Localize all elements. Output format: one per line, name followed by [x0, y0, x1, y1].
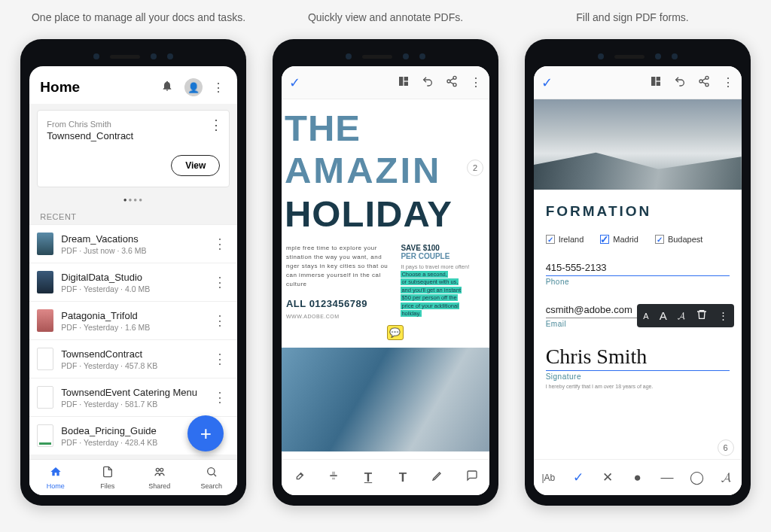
svg-line-19 — [702, 82, 705, 84]
notifications-icon[interactable] — [159, 80, 175, 95]
svg-line-11 — [450, 82, 454, 84]
file-overflow-icon[interactable]: ⋮ — [207, 351, 233, 367]
phone-frame-1: Home 👤 ⋮ ⋮ From Chris Smith Townsend_Con… — [20, 39, 246, 506]
phone-field[interactable]: 415-555-2133 — [546, 257, 730, 276]
svg-point-8 — [447, 80, 450, 83]
file-row[interactable]: TownsendContractPDF · Yesterday · 457.8 … — [29, 339, 237, 378]
file-overflow-icon[interactable]: ⋮ — [207, 274, 233, 290]
share-icon[interactable] — [698, 75, 710, 90]
file-name: Bodea_Pricing_Guide — [61, 425, 207, 436]
dot-tool-icon[interactable]: ● — [629, 470, 647, 485]
form-hero-image — [534, 99, 742, 190]
page-number-badge: 6 — [718, 439, 734, 456]
svg-point-2 — [207, 467, 214, 474]
text-field-tool-icon[interactable]: |Ab — [539, 473, 557, 483]
cross-tool-icon[interactable]: ✕ — [599, 470, 617, 485]
view-button[interactable]: View — [171, 155, 220, 176]
card-overflow-icon[interactable]: ⋮ — [209, 117, 223, 133]
delete-icon[interactable] — [696, 309, 708, 323]
file-meta: PDF · Just now · 3.6 MB — [61, 246, 207, 255]
font-small-icon[interactable]: A — [643, 312, 648, 321]
phone-frame-3: ✓ ⋮ FORMATION A A 𝓐 — [525, 39, 751, 506]
signature-field-label: Signature — [546, 372, 730, 381]
svg-rect-13 — [656, 77, 660, 81]
svg-rect-5 — [404, 77, 408, 81]
file-thumbnail — [37, 424, 53, 447]
sign-tool-icon[interactable]: 𝓐 — [718, 470, 736, 485]
profile-avatar[interactable]: 👤 — [184, 78, 201, 96]
file-row[interactable]: TownsendEvent Catering MenuPDF · Yesterd… — [29, 378, 237, 416]
svg-point-16 — [699, 80, 702, 83]
file-overflow-icon[interactable]: ⋮ — [207, 389, 233, 406]
checkbox-budapest[interactable]: ✓Budapest — [655, 235, 702, 244]
dash-tool-icon[interactable]: — — [658, 470, 676, 485]
file-meta: PDF · Yesterday · 428.4 KB — [61, 438, 207, 447]
overflow-menu-icon[interactable]: ⋮ — [470, 75, 482, 90]
form-heading-fragment: FORMATION — [546, 203, 730, 220]
file-row[interactable]: Patagonia_TrifoldPDF · Yesterday · 1.6 M… — [29, 301, 237, 339]
svg-line-18 — [702, 78, 705, 81]
circle-tool-icon[interactable]: ◯ — [687, 470, 705, 485]
highlight-tool-icon[interactable] — [290, 470, 308, 485]
signature-tool-icon[interactable]: 𝓐 — [678, 310, 685, 322]
view-mode-icon[interactable] — [650, 75, 662, 90]
font-large-icon[interactable]: A — [660, 309, 667, 322]
file-row[interactable]: Dream_VacationsPDF · Just now · 3.6 MB⋮ — [29, 224, 237, 263]
nav-shared[interactable]: Shared — [133, 460, 185, 495]
file-meta: PDF · Yesterday · 581.7 KB — [61, 400, 207, 409]
document-canvas[interactable]: THE AMAZIN HOLIDAY 2 mple free time to e… — [282, 99, 489, 459]
checkmark-tool-icon[interactable]: ✓ — [569, 470, 587, 485]
file-overflow-icon[interactable]: ⋮ — [207, 236, 233, 252]
signature-field[interactable]: Chris Smith — [546, 339, 730, 371]
nav-home[interactable]: Home — [29, 460, 81, 495]
svg-point-15 — [705, 76, 709, 79]
nav-search[interactable]: Search — [185, 460, 237, 495]
doc-save-line2: PER COUPLE — [401, 252, 485, 260]
undo-icon[interactable] — [422, 75, 434, 90]
doc-call-text: ALL 0123456789 — [286, 296, 389, 312]
file-name: Dream_Vacations — [61, 233, 207, 245]
overflow-menu-icon[interactable]: ⋮ — [210, 81, 227, 95]
form-canvas[interactable]: FORMATION A A 𝓐 ⋮ ✓Ireland ✓Madrid ✓Buda… — [534, 190, 742, 459]
doc-save-line1: SAVE $100 — [401, 244, 485, 252]
undo-icon[interactable] — [674, 75, 686, 90]
files-icon — [102, 466, 114, 481]
svg-line-10 — [450, 78, 454, 81]
overflow-menu-icon[interactable]: ⋮ — [722, 75, 734, 90]
svg-rect-6 — [404, 81, 408, 85]
caption-3: Fill and sign PDF forms. — [524, 11, 741, 24]
page-title: Home — [40, 79, 150, 96]
svg-point-9 — [453, 83, 456, 86]
strikethrough-tool-icon[interactable] — [325, 470, 343, 485]
checkbox-label: Ireland — [559, 235, 584, 244]
svg-rect-14 — [656, 81, 660, 85]
comment-tool-icon[interactable] — [463, 470, 481, 485]
text-style-popover[interactable]: A A 𝓐 ⋮ — [637, 304, 733, 327]
file-row[interactable]: DigitalData_StudioPDF · Yesterday · 4.0 … — [29, 263, 237, 301]
text-tool-icon[interactable]: T — [394, 470, 412, 485]
done-check-icon[interactable]: ✓ — [289, 74, 300, 91]
checkbox-ireland[interactable]: ✓Ireland — [546, 235, 584, 244]
file-meta: PDF · Yesterday · 457.8 KB — [61, 361, 207, 370]
sticky-note-icon[interactable]: 💬 — [387, 325, 404, 340]
done-check-icon[interactable]: ✓ — [541, 74, 553, 91]
pager-dots[interactable]: ●●●● — [29, 193, 237, 209]
nav-search-label: Search — [201, 482, 223, 490]
file-overflow-icon[interactable]: ⋮ — [207, 312, 233, 329]
view-mode-icon[interactable] — [398, 75, 410, 90]
file-thumbnail — [37, 233, 53, 255]
checkbox-label: Budapest — [668, 235, 702, 244]
card-filename: Townsend_Contract — [47, 130, 220, 141]
popover-overflow-icon[interactable]: ⋮ — [718, 310, 728, 321]
draw-tool-icon[interactable] — [428, 470, 446, 485]
checkbox-madrid[interactable]: ✓Madrid — [600, 235, 638, 244]
doc-hero-image — [282, 348, 489, 451]
caption-1: One place to manage all your docs and ta… — [30, 11, 247, 24]
doc-highlighted-text[interactable]: Choose a second, or subsequent with us, … — [401, 271, 485, 318]
nav-files[interactable]: Files — [81, 460, 133, 495]
share-icon[interactable] — [446, 75, 458, 90]
underline-tool-icon[interactable]: T — [359, 470, 377, 485]
shared-file-card[interactable]: ⋮ From Chris Smith Townsend_Contract Vie… — [37, 110, 230, 187]
svg-line-3 — [214, 474, 216, 476]
nav-shared-label: Shared — [148, 482, 170, 490]
